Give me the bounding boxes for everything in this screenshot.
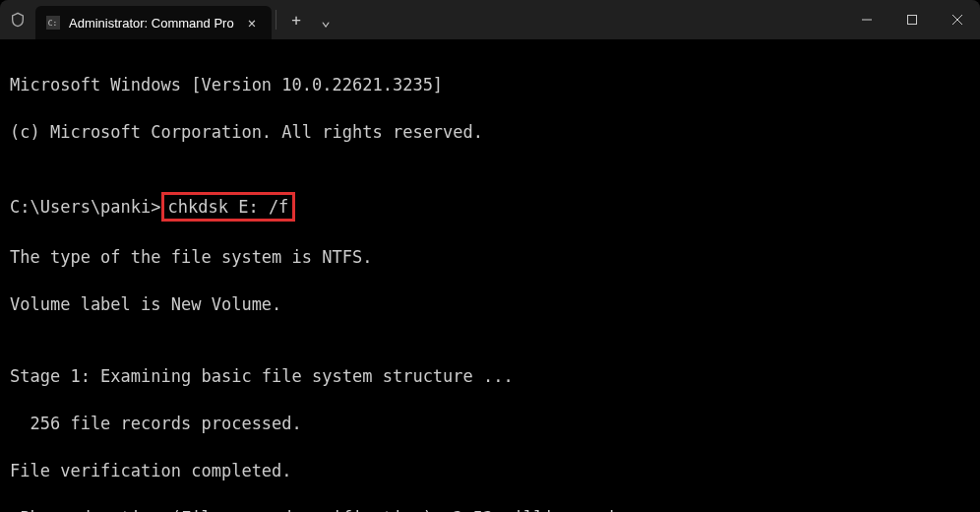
command-text: chkdsk E: /f <box>168 197 289 217</box>
window-controls <box>844 0 980 39</box>
shield-icon <box>0 12 35 28</box>
output-line: File verification completed. <box>10 459 970 482</box>
output-line: Phase duration (File record verification… <box>10 506 970 512</box>
output-line: 256 file records processed. <box>10 412 970 435</box>
new-tab-button[interactable]: + <box>280 4 312 35</box>
tab-title: Administrator: Command Pro <box>69 16 234 31</box>
minimize-button[interactable] <box>844 0 889 39</box>
command-highlight: chkdsk E: /f <box>161 192 296 222</box>
divider <box>276 10 276 30</box>
titlebar: C: Administrator: Command Pro ✕ + ⌄ <box>0 0 980 39</box>
output-line: (c) Microsoft Corporation. All rights re… <box>10 120 970 144</box>
prompt-line: C:\Users\panki>chkdsk E: /f <box>10 192 970 222</box>
prompt-text: C:\Users\panki> <box>10 195 161 219</box>
titlebar-left: C: Administrator: Command Pro ✕ + ⌄ <box>0 0 339 39</box>
close-window-button[interactable] <box>935 0 980 39</box>
maximize-button[interactable] <box>889 0 935 39</box>
tab-active[interactable]: C: Administrator: Command Pro ✕ <box>35 6 272 39</box>
tab-close-button[interactable]: ✕ <box>242 13 262 32</box>
svg-rect-3 <box>908 16 917 25</box>
output-line: Microsoft Windows [Version 10.0.22621.32… <box>10 73 970 96</box>
output-line: The type of the file system is NTFS. <box>10 245 970 269</box>
tab-dropdown-button[interactable]: ⌄ <box>312 4 339 35</box>
cmd-icon: C: <box>45 15 61 31</box>
terminal-output[interactable]: Microsoft Windows [Version 10.0.22621.32… <box>0 39 980 512</box>
svg-text:C:: C: <box>48 19 57 28</box>
output-line: Stage 1: Examining basic file system str… <box>10 364 970 388</box>
output-line: Volume label is New Volume. <box>10 292 970 316</box>
